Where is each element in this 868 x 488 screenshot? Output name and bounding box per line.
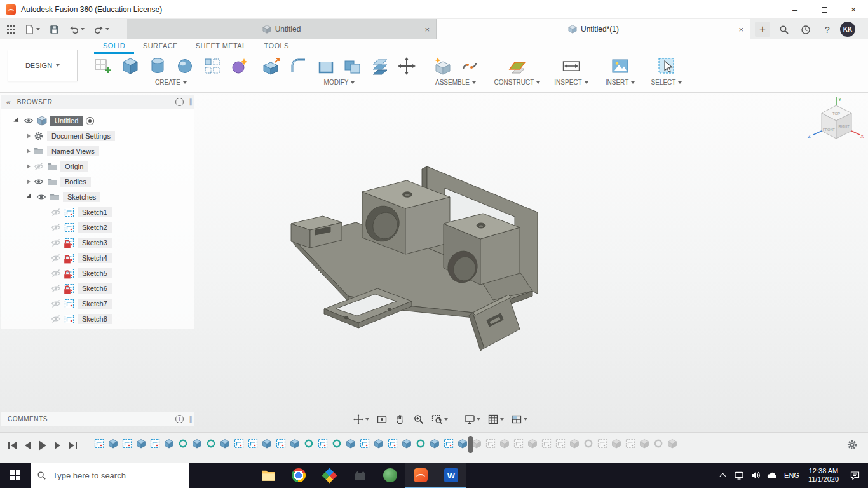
timeline-sketch-item[interactable] bbox=[597, 438, 607, 449]
model-body[interactable] bbox=[197, 95, 868, 412]
timeline-extrude-item[interactable] bbox=[458, 438, 468, 449]
orbit-button[interactable] bbox=[351, 411, 371, 428]
close-button[interactable]: × bbox=[839, 0, 868, 19]
visibility-icon[interactable] bbox=[34, 177, 44, 187]
taskbar-search[interactable] bbox=[31, 463, 189, 488]
timeline-extrude-item[interactable] bbox=[569, 438, 580, 449]
timeline-extrude-item[interactable] bbox=[402, 438, 412, 449]
browser-root-row[interactable]: Untitled bbox=[1, 113, 194, 128]
timeline-extrude-item[interactable] bbox=[108, 438, 118, 449]
timeline-hole-item[interactable] bbox=[178, 438, 188, 449]
visibility-icon[interactable] bbox=[24, 116, 34, 126]
timeline-go-end-button[interactable] bbox=[69, 442, 78, 449]
display-filter-icon[interactable]: − bbox=[175, 98, 184, 106]
sketch-label[interactable]: Sketch7 bbox=[78, 299, 112, 309]
activate-component-icon[interactable] bbox=[86, 117, 94, 125]
minimize-button[interactable]: – bbox=[780, 0, 810, 19]
pan-button[interactable] bbox=[393, 411, 408, 428]
assemble-joint-button[interactable] bbox=[458, 55, 481, 78]
sketch-label[interactable]: Sketch6 bbox=[78, 283, 112, 294]
timeline-sketch-item[interactable] bbox=[444, 438, 454, 449]
app-grid-icon[interactable] bbox=[4, 21, 18, 37]
timeline-marker[interactable] bbox=[468, 436, 473, 453]
sketch-label[interactable]: Sketch5 bbox=[78, 268, 112, 278]
modify-offset-face-button[interactable] bbox=[369, 55, 391, 78]
visibility-icon[interactable] bbox=[36, 192, 46, 202]
start-button[interactable] bbox=[0, 463, 31, 488]
browser-item-label[interactable]: Origin bbox=[60, 161, 88, 172]
file-explorer-icon[interactable] bbox=[253, 463, 283, 488]
clock-icon[interactable] bbox=[799, 24, 812, 36]
timeline-sketch-item[interactable] bbox=[94, 438, 104, 449]
create-menu[interactable]: CREATE bbox=[89, 79, 253, 86]
timeline-sketch-item[interactable] bbox=[625, 438, 635, 449]
timeline-hole-item[interactable] bbox=[332, 438, 342, 449]
timeline-extrude-item[interactable] bbox=[667, 438, 677, 449]
modify-move-button[interactable] bbox=[396, 55, 419, 78]
create-box-button[interactable] bbox=[119, 55, 142, 78]
redo-button[interactable] bbox=[90, 21, 112, 37]
browser-sketch-row[interactable]: Sketch6 bbox=[1, 281, 194, 296]
expand-arrow-icon[interactable] bbox=[27, 164, 31, 169]
timeline-sketch-item[interactable] bbox=[388, 438, 398, 449]
visibility-off-icon[interactable] bbox=[51, 222, 61, 233]
construct-plane-button[interactable] bbox=[506, 55, 529, 78]
timeline-hole-item[interactable] bbox=[416, 438, 426, 449]
fusion-360-taskbar-icon[interactable] bbox=[405, 463, 436, 488]
collapse-panel-icon[interactable]: « bbox=[6, 98, 11, 107]
view-cube[interactable]: Y TOP FRONT RIGHT X Z bbox=[806, 95, 867, 146]
timeline-sketch-item[interactable] bbox=[248, 438, 258, 449]
volume-icon[interactable] bbox=[747, 463, 764, 488]
assemble-menu[interactable]: ASSEMBLE bbox=[426, 79, 485, 86]
word-icon[interactable]: W bbox=[436, 463, 466, 488]
visibility-off-icon[interactable] bbox=[51, 238, 61, 248]
timeline-sketch-item[interactable] bbox=[541, 438, 552, 449]
account-avatar[interactable]: KK bbox=[840, 22, 855, 37]
timeline-sketch-item[interactable] bbox=[555, 438, 566, 449]
timeline-settings-icon[interactable] bbox=[846, 439, 858, 451]
modify-menu[interactable]: MODIFY bbox=[261, 79, 418, 86]
timeline-hole-item[interactable] bbox=[304, 438, 314, 449]
timeline-step-forward-button[interactable] bbox=[55, 442, 60, 449]
app-icon-green[interactable] bbox=[375, 463, 405, 488]
create-sphere-button[interactable] bbox=[173, 55, 196, 78]
modify-press-pull-button[interactable] bbox=[261, 55, 283, 78]
root-document-label[interactable]: Untitled bbox=[50, 116, 83, 126]
zoom-button[interactable] bbox=[411, 411, 426, 428]
visibility-off-icon[interactable] bbox=[51, 314, 61, 324]
language-indicator[interactable]: ENG bbox=[780, 471, 803, 479]
assemble-new-component-button[interactable] bbox=[431, 55, 454, 78]
inspect-menu[interactable]: INSPECT bbox=[548, 79, 595, 86]
browser-sketch-row[interactable]: Sketch7 bbox=[1, 296, 194, 311]
timeline-extrude-item[interactable] bbox=[164, 438, 174, 449]
search-input[interactable] bbox=[51, 470, 179, 481]
timeline-sketch-item[interactable] bbox=[485, 438, 496, 449]
expand-arrow-icon[interactable] bbox=[27, 149, 31, 154]
create-cylinder-button[interactable] bbox=[146, 55, 169, 78]
modify-shell-button[interactable] bbox=[315, 55, 337, 78]
timeline-extrude-item[interactable] bbox=[346, 438, 356, 449]
browser-item-label[interactable]: Bodies bbox=[60, 177, 91, 187]
timeline-step-back-button[interactable] bbox=[25, 442, 31, 449]
select-button[interactable] bbox=[655, 55, 678, 78]
new-tab-button[interactable]: + bbox=[755, 22, 770, 37]
visibility-off-icon[interactable] bbox=[51, 253, 61, 263]
timeline-extrude-item[interactable] bbox=[374, 438, 384, 449]
timeline-extrude-item[interactable] bbox=[290, 438, 300, 449]
browser-row-sketches[interactable]: Sketches bbox=[1, 189, 194, 205]
look-at-button[interactable] bbox=[374, 411, 390, 428]
browser-item-label[interactable]: Named Views bbox=[47, 146, 99, 156]
create-form-button[interactable] bbox=[228, 55, 251, 78]
viewports-button[interactable] bbox=[509, 411, 529, 428]
save-button[interactable] bbox=[46, 21, 63, 37]
tray-expand-icon[interactable] bbox=[714, 463, 731, 488]
sketch-label[interactable]: Sketch4 bbox=[78, 253, 112, 263]
timeline-extrude-item[interactable] bbox=[527, 438, 538, 449]
onedrive-icon[interactable] bbox=[764, 463, 780, 488]
timeline-hole-item[interactable] bbox=[206, 438, 216, 449]
action-center-icon[interactable] bbox=[844, 463, 865, 488]
timeline-play-button[interactable] bbox=[39, 440, 46, 451]
insert-image-button[interactable] bbox=[609, 55, 632, 78]
inspect-measure-button[interactable] bbox=[560, 55, 583, 78]
timeline-sketch-item[interactable] bbox=[318, 438, 328, 449]
